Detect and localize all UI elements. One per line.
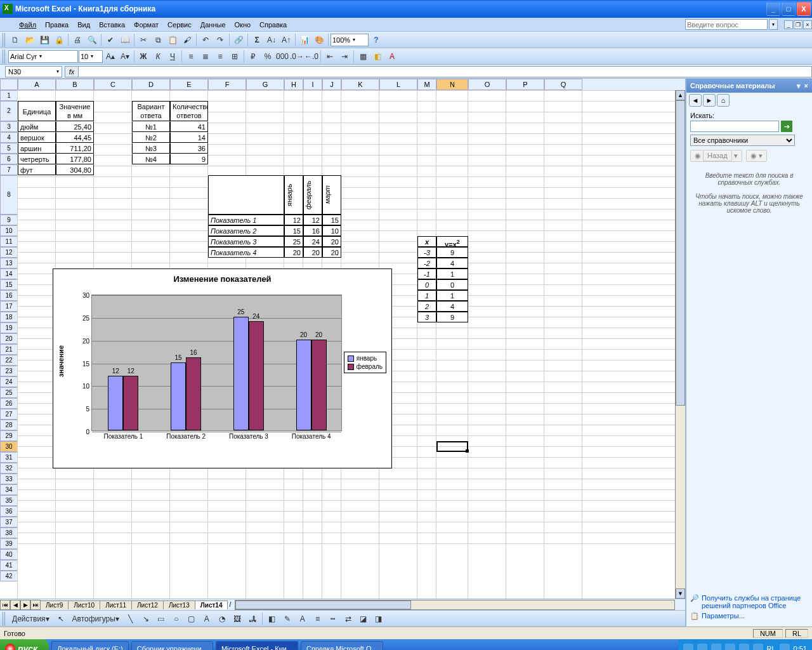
- column-header-J[interactable]: J: [322, 79, 341, 90]
- rectangle-button[interactable]: ▭: [154, 612, 168, 626]
- menu-tools[interactable]: Сервис: [164, 20, 195, 30]
- hyperlink-button[interactable]: 🔗: [232, 33, 246, 47]
- cell-E6[interactable]: 9: [170, 154, 208, 164]
- cell-N16[interactable]: 1: [436, 290, 468, 301]
- print-button[interactable]: 🖨: [70, 33, 84, 47]
- close-button[interactable]: X: [797, 2, 811, 16]
- clipart-button[interactable]: 🖼: [230, 612, 244, 626]
- research-search-input[interactable]: [690, 121, 779, 132]
- 3d-style-button[interactable]: ◨: [372, 612, 386, 626]
- research-back-button[interactable]: ◉ Назад ▾: [690, 150, 742, 162]
- sheet-tab-Лист14[interactable]: Лист14: [195, 600, 228, 609]
- decrease-decimal-button[interactable]: ←.0: [304, 50, 318, 63]
- row-header-31[interactable]: 31: [0, 452, 18, 463]
- cell-F10[interactable]: Показатель 2: [208, 225, 284, 236]
- comma-style-button[interactable]: 000: [275, 50, 289, 63]
- row-header-19[interactable]: 19: [0, 322, 18, 333]
- maximize-button[interactable]: □: [782, 2, 796, 16]
- cell-B6[interactable]: 177,80: [56, 154, 94, 164]
- row-header-17[interactable]: 17: [0, 301, 18, 312]
- cell-I8[interactable]: февраль: [303, 175, 322, 215]
- column-header-N[interactable]: N: [436, 79, 468, 90]
- drawing-toggle-button[interactable]: 🎨: [312, 33, 326, 47]
- sort-asc-button[interactable]: A↓: [265, 33, 278, 47]
- autoshapes-menu[interactable]: Автофигуры ▾: [69, 612, 122, 626]
- column-header-H[interactable]: H: [284, 79, 303, 90]
- cell-J11[interactable]: 20: [322, 236, 341, 247]
- research-options-link[interactable]: 📋 Параметры...: [690, 612, 808, 620]
- row-header-30[interactable]: 30: [0, 441, 18, 452]
- tray-icon[interactable]: [697, 644, 707, 650]
- tray-icon[interactable]: [725, 644, 735, 650]
- cell-B2[interactable]: Значениев мм: [56, 101, 94, 121]
- row-header-39[interactable]: 39: [0, 538, 18, 549]
- menu-window[interactable]: Окно: [231, 20, 255, 30]
- cell-F12[interactable]: Показатель 4: [208, 247, 284, 258]
- cell-D4[interactable]: №2: [132, 132, 170, 143]
- arrow-style-button[interactable]: ⇄: [341, 612, 355, 626]
- cell-A7[interactable]: фут: [18, 164, 56, 175]
- row-header-22[interactable]: 22: [0, 355, 18, 366]
- cell-B4[interactable]: 44,45: [56, 132, 94, 143]
- cell-N17[interactable]: 4: [436, 301, 468, 312]
- start-button[interactable]: пуск: [0, 639, 49, 650]
- horizontal-scrollbar[interactable]: [235, 600, 675, 610]
- tab-nav-first[interactable]: ⏮: [0, 600, 10, 610]
- sort-desc-button[interactable]: A↑: [279, 33, 293, 47]
- cell-D5[interactable]: №3: [132, 143, 170, 154]
- minimize-button[interactable]: _: [766, 2, 780, 16]
- cell-E4[interactable]: 14: [170, 132, 208, 143]
- line-color-button[interactable]: ✎: [280, 612, 294, 626]
- taskbar-item[interactable]: Сборник упражнени...: [131, 641, 213, 650]
- column-header-Q[interactable]: Q: [544, 79, 582, 90]
- row-header-27[interactable]: 27: [0, 409, 18, 420]
- cell-A2[interactable]: Единица: [18, 101, 56, 121]
- diagram-button[interactable]: ◔: [215, 612, 229, 626]
- row-header-8[interactable]: 8: [0, 175, 18, 215]
- worksheet-grid[interactable]: ABCDEFGHIJKLMNOPQ 1234567891011121314151…: [0, 79, 685, 599]
- fx-button[interactable]: fx: [65, 66, 79, 77]
- tray-lang[interactable]: RL: [767, 645, 776, 650]
- formula-input[interactable]: [79, 66, 812, 77]
- menu-edit[interactable]: Правка: [41, 20, 72, 30]
- row-header-34[interactable]: 34: [0, 484, 18, 495]
- save-button[interactable]: 💾: [37, 33, 51, 47]
- taskbar-item[interactable]: Microsoft Excel - Кни...: [216, 641, 298, 650]
- merge-center-button[interactable]: ⊞: [228, 50, 242, 63]
- ask-dropdown[interactable]: ▾: [769, 19, 778, 30]
- cell-B3[interactable]: 25,40: [56, 121, 94, 132]
- row-header-6[interactable]: 6: [0, 154, 18, 164]
- print-preview-button[interactable]: 🔍: [85, 33, 99, 47]
- row-header-13[interactable]: 13: [0, 258, 18, 269]
- cell-M12[interactable]: -3: [417, 247, 436, 258]
- align-left-button[interactable]: ≡: [184, 50, 198, 63]
- sheet-tab-Лист11[interactable]: Лист11: [100, 600, 132, 609]
- column-header-O[interactable]: O: [468, 79, 506, 90]
- row-header-9[interactable]: 9: [0, 215, 18, 225]
- toolbar-grip[interactable]: [3, 612, 6, 626]
- fill-color-button[interactable]: ◧: [370, 50, 384, 63]
- fill-color-draw-button[interactable]: ◧: [265, 612, 279, 626]
- permission-button[interactable]: 🔒: [52, 33, 66, 47]
- row-header-12[interactable]: 12: [0, 247, 18, 258]
- cell-M18[interactable]: 3: [417, 312, 436, 322]
- taskpane-menu-button[interactable]: ▾: [797, 82, 801, 90]
- taskbar-item[interactable]: Справка Microsoft O...: [301, 641, 383, 650]
- row-header-37[interactable]: 37: [0, 517, 18, 527]
- drawing-actions-menu[interactable]: Действия ▾: [9, 612, 53, 626]
- row-header-2[interactable]: 2: [0, 101, 18, 121]
- format-painter-button[interactable]: 🖌: [180, 33, 194, 47]
- increase-font-button[interactable]: A▴: [103, 50, 117, 63]
- ask-a-question-input[interactable]: [685, 19, 768, 30]
- menu-view[interactable]: Вид: [74, 20, 94, 30]
- cell-D3[interactable]: №1: [132, 121, 170, 132]
- row-header-1[interactable]: 1: [0, 90, 18, 101]
- cell-A3[interactable]: дюйм: [18, 121, 56, 132]
- mdi-close[interactable]: ×: [803, 20, 812, 29]
- cell-M13[interactable]: -2: [417, 258, 436, 269]
- help-button[interactable]: ?: [369, 33, 383, 47]
- cell-N11[interactable]: y=x2: [436, 236, 468, 247]
- row-header-42[interactable]: 42: [0, 571, 18, 581]
- sheet-tab-Лист10[interactable]: Лист10: [68, 600, 100, 609]
- picture-button[interactable]: 🏞: [246, 612, 259, 626]
